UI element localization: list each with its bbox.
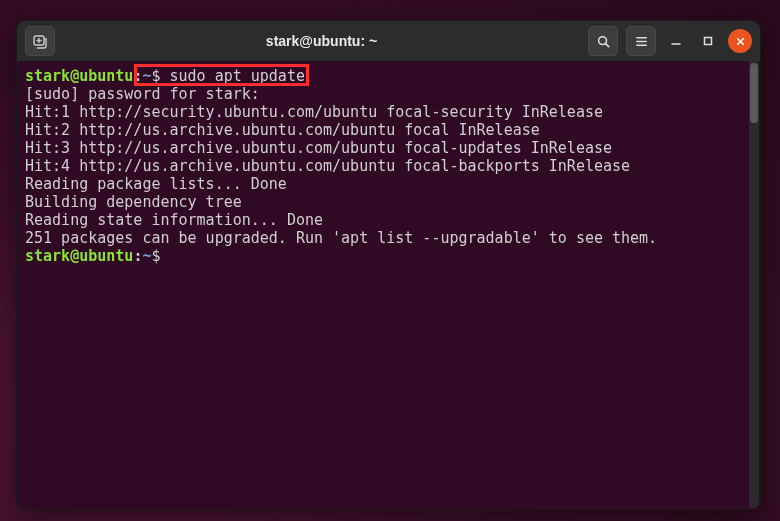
scrollbar-thumb[interactable] [750, 63, 758, 123]
output-line: Hit:4 http://us.archive.ubuntu.com/ubunt… [25, 157, 630, 175]
hamburger-icon [634, 34, 649, 49]
new-tab-icon [32, 33, 48, 49]
titlebar: stark@ubuntu: ~ [17, 21, 760, 61]
terminal-body[interactable]: stark@ubuntu:~$ sudo apt update [sudo] p… [17, 61, 760, 509]
prompt-dollar: $ [151, 247, 169, 265]
output-line: Hit:3 http://us.archive.ubuntu.com/ubunt… [25, 139, 612, 157]
output-line: [sudo] password for stark: [25, 85, 260, 103]
minimize-button[interactable] [664, 29, 688, 53]
command-text: sudo apt update [170, 67, 305, 85]
output-line: 251 packages can be upgraded. Run 'apt l… [25, 229, 657, 247]
output-line: Hit:2 http://us.archive.ubuntu.com/ubunt… [25, 121, 540, 139]
search-icon [596, 34, 611, 49]
menu-button[interactable] [626, 26, 656, 56]
scrollbar[interactable] [749, 61, 759, 508]
output-line: Building dependency tree [25, 193, 242, 211]
prompt-user: stark@ubuntu [25, 67, 133, 85]
output-line: Hit:1 http://security.ubuntu.com/ubuntu … [25, 103, 603, 121]
close-button[interactable] [728, 29, 752, 53]
output-line: Reading package lists... Done [25, 175, 287, 193]
titlebar-left [25, 26, 55, 56]
prompt-dollar: $ [151, 67, 169, 85]
new-tab-button[interactable] [25, 26, 55, 56]
window-title: stark@ubuntu: ~ [55, 33, 588, 49]
maximize-button[interactable] [696, 29, 720, 53]
search-button[interactable] [588, 26, 618, 56]
maximize-icon [702, 35, 714, 47]
terminal-window: stark@ubuntu: ~ [16, 20, 761, 510]
svg-rect-9 [705, 38, 712, 45]
titlebar-right [588, 26, 752, 56]
svg-line-4 [605, 43, 608, 46]
output-line: Reading state information... Done [25, 211, 323, 229]
minimize-icon [670, 35, 682, 47]
prompt-user: stark@ubuntu [25, 247, 133, 265]
close-icon [735, 36, 746, 47]
